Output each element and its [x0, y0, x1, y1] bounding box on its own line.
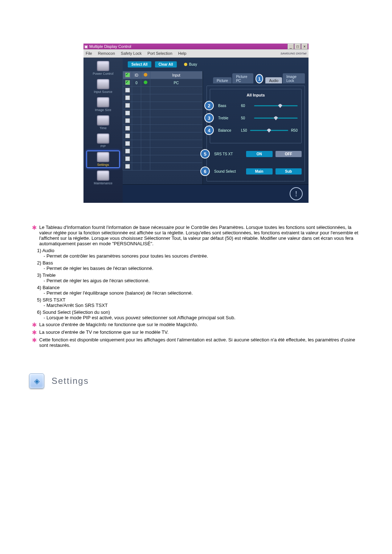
list-item: 6) Sound Select (Sélection du son)- Lors…: [37, 309, 360, 320]
treble-slider[interactable]: [254, 118, 298, 119]
tab-picture-pc[interactable]: Picture PC: [232, 73, 253, 83]
callout-2: 2: [204, 101, 214, 110]
close-button[interactable]: ×: [301, 44, 308, 49]
clear-all-button[interactable]: Clear All: [155, 61, 177, 67]
busy-indicator: Busy: [184, 62, 197, 66]
maintenance-icon: [97, 171, 109, 181]
balance-right: R50: [291, 128, 298, 132]
warning-icon: !: [290, 187, 303, 200]
balance-left: L50: [241, 128, 247, 132]
status-bar: !: [123, 184, 309, 203]
star-icon: ✱: [32, 337, 37, 348]
maximize-button[interactable]: □: [294, 44, 301, 49]
row-checkbox[interactable]: [125, 164, 130, 169]
sidebar-item-power-control[interactable]: Power Control: [87, 60, 119, 77]
callout-5: 5: [200, 149, 210, 159]
star-icon: ✱: [32, 225, 37, 246]
sidebar-label: Maintenance: [94, 181, 113, 185]
table-row[interactable]: [123, 148, 203, 155]
busy-dot-icon: [184, 63, 187, 66]
sidebar-item-settings[interactable]: Settings: [86, 151, 120, 168]
sidebar-label: Input Source: [94, 90, 112, 94]
star-icon: ✱: [32, 329, 37, 336]
sidebar-label: Power Control: [93, 72, 113, 75]
sidebar-item-time[interactable]: Time: [87, 114, 119, 131]
toolbar: Select All Clear All Busy: [123, 58, 309, 71]
list-item: 1) Audio- Permet de contrôler les paramè…: [37, 248, 360, 259]
brand-logo: SAMSUNG DIGITall: [281, 52, 306, 55]
table-row[interactable]: [123, 117, 203, 125]
table-row[interactable]: [123, 125, 203, 132]
row-checkbox[interactable]: [125, 103, 130, 108]
bass-label: Bass: [218, 104, 238, 108]
note-text: Le Tableau d'Information fournit l'infor…: [39, 225, 360, 246]
bass-slider[interactable]: [254, 105, 298, 106]
table-row[interactable]: [123, 132, 203, 140]
table-row[interactable]: [123, 110, 203, 117]
row-checkbox[interactable]: [125, 134, 130, 138]
tab-audio[interactable]: Audio: [265, 77, 282, 83]
row-checkbox[interactable]: [125, 141, 130, 146]
settings-icon: [97, 152, 109, 162]
row-checkbox[interactable]: [125, 88, 130, 93]
srs-off-button[interactable]: OFF: [275, 151, 302, 157]
sidebar-label: Settings: [97, 163, 109, 167]
menu-port-selection[interactable]: Port Selection: [147, 51, 172, 56]
srs-label: SRS TS XT: [214, 152, 243, 156]
row-checkbox[interactable]: [125, 95, 130, 100]
tab-picture[interactable]: Picture: [213, 77, 232, 83]
note-text: Cette fonction est disponible uniquement…: [39, 337, 360, 348]
row-checkbox[interactable]: [125, 156, 130, 161]
row-checkbox[interactable]: [125, 126, 130, 131]
select-all-button[interactable]: Select All: [128, 61, 151, 67]
tab-image-lock[interactable]: Image Lock: [283, 73, 305, 83]
table-row[interactable]: [123, 163, 203, 171]
busy-label: Busy: [189, 62, 197, 66]
srs-on-button[interactable]: ON: [246, 151, 273, 157]
row-checkbox[interactable]: [125, 118, 130, 123]
window-title: Multiple Display Control: [89, 44, 131, 49]
sidebar-label: Image Size: [95, 108, 111, 112]
all-inputs-label: All Inputs: [214, 93, 298, 97]
power-icon: [97, 61, 109, 71]
treble-label: Treble: [218, 116, 238, 120]
sidebar: Power Control Input Source Image Size Ti…: [83, 58, 123, 203]
list-item: 5) SRS TSXT- Marche/Arrêt Son SRS TSXT: [37, 297, 360, 308]
row-checkbox[interactable]: [125, 80, 130, 85]
balance-slider[interactable]: [250, 130, 288, 131]
menu-file[interactable]: File: [86, 51, 92, 56]
table-row[interactable]: [123, 102, 203, 110]
note-text: La source d'entrée de MagicInfo ne fonct…: [39, 322, 360, 328]
sound-sub-button[interactable]: Sub: [275, 168, 302, 175]
time-icon: [97, 115, 109, 126]
sound-main-button[interactable]: Main: [246, 168, 273, 175]
callout-6: 6: [200, 167, 210, 176]
balance-label: Balance: [218, 128, 238, 132]
sidebar-item-pip[interactable]: PIP: [87, 132, 119, 149]
status-ok-icon: [144, 81, 147, 84]
sidebar-item-input-source[interactable]: Input Source: [87, 78, 119, 95]
sidebar-item-image-size[interactable]: Image Size: [87, 96, 119, 113]
status-header-icon: [144, 73, 147, 77]
cell-id: 0: [132, 79, 141, 87]
table-row[interactable]: [123, 155, 203, 163]
menu-help[interactable]: Help: [178, 51, 187, 56]
table-row[interactable]: 0 PC: [123, 79, 203, 87]
menu-remocon[interactable]: Remocon: [98, 51, 115, 56]
header-checkbox[interactable]: [125, 73, 130, 77]
list-item: 3) Treble- Permet de régler les aigus de…: [37, 272, 360, 283]
table-row[interactable]: [123, 94, 203, 102]
table-row[interactable]: [123, 140, 203, 148]
sound-select-label: Sound Select: [214, 169, 243, 173]
sidebar-item-maintenance[interactable]: Maintenance: [87, 169, 119, 186]
col-id[interactable]: ID: [132, 71, 141, 79]
minimize-button[interactable]: _: [287, 44, 294, 49]
settings-section-icon: ◈: [29, 373, 44, 389]
menu-safety-lock[interactable]: Safety Lock: [121, 51, 142, 56]
row-checkbox[interactable]: [125, 111, 130, 115]
callout-1: 1: [256, 74, 263, 83]
col-input[interactable]: Input: [150, 71, 203, 79]
callout-4: 4: [204, 126, 214, 135]
row-checkbox[interactable]: [125, 149, 130, 153]
table-row[interactable]: [123, 87, 203, 94]
